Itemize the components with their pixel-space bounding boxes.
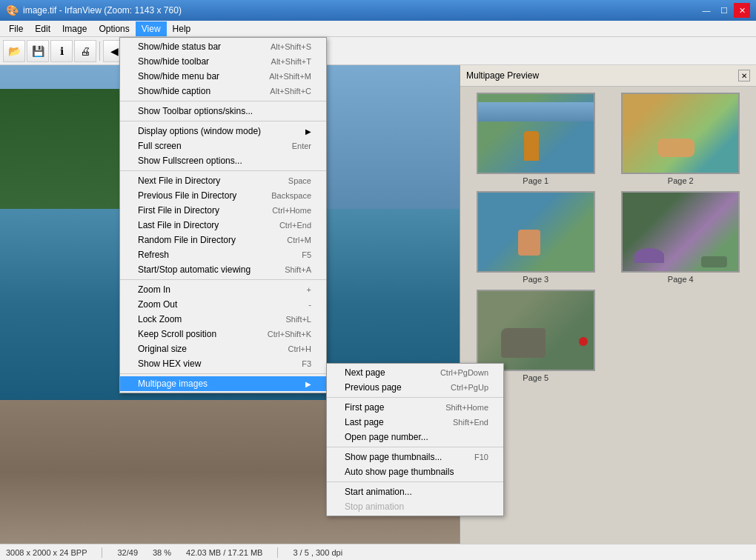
preview-item-1[interactable]: Page 1	[466, 93, 606, 185]
menu-refresh[interactable]: Refresh F5	[120, 247, 326, 262]
preview-thumb-4[interactable]	[621, 191, 740, 273]
menu-prev-file[interactable]: Previous File in Directory Backspace	[120, 188, 326, 203]
status-sep2	[277, 547, 278, 558]
title-text: image.tif - IrfanView (Zoom: 1143 x 760)	[23, 5, 182, 16]
menu-image[interactable]: Image	[56, 21, 93, 36]
menu-show-toolbar[interactable]: Show/hide toolbar Alt+Shift+T	[120, 54, 326, 69]
thumb-3-person	[518, 230, 540, 256]
preview-thumb-3[interactable]	[477, 191, 595, 273]
menu-bar: File Edit Image Options View Help	[0, 21, 756, 37]
menu-toolbar-options[interactable]: Show Toolbar options/skins...	[120, 104, 326, 119]
toolbar-info[interactable]: ℹ	[50, 40, 73, 62]
menu-start-animation[interactable]: Start animation...	[327, 484, 503, 499]
menu-last-page[interactable]: Last page Shift+End	[327, 415, 503, 430]
menu-last-file[interactable]: Last File in Directory Ctrl+End	[120, 218, 326, 233]
next-file-shortcut: Space	[288, 176, 311, 185]
status-pageinfo: 3 / 5 , 300 dpi	[293, 548, 342, 557]
toolbar-options-label: Show Toolbar options/skins...	[138, 106, 253, 116]
lock-zoom-shortcut: Shift+L	[285, 315, 311, 324]
preview-close-button[interactable]: ✕	[738, 70, 750, 81]
menu-display-options[interactable]: Display options (window mode) ▶	[120, 124, 326, 139]
original-size-label: Original size	[138, 344, 187, 354]
menu-edit[interactable]: Edit	[29, 21, 56, 36]
preview-item-2[interactable]: Page 2	[611, 93, 751, 185]
prev-file-label: Previous File in Directory	[138, 190, 236, 201]
preview-label-5: Page 5	[523, 373, 548, 382]
menu-zoom-in[interactable]: Zoom In +	[120, 282, 326, 297]
preview-header: Multipage Preview ✕	[460, 65, 756, 87]
menu-show-caption[interactable]: Show/hide caption Alt+Shift+C	[120, 84, 326, 99]
toolbar-sep1	[99, 41, 100, 61]
thumb-2-dog	[657, 139, 694, 157]
menu-random-file[interactable]: Random File in Directory Ctrl+M	[120, 233, 326, 247]
menu-help[interactable]: Help	[167, 21, 197, 36]
menu-fullscreen[interactable]: Full screen Enter	[120, 139, 326, 153]
menu-file[interactable]: File	[3, 21, 29, 36]
menu-show-status-bar[interactable]: Show/hide status bar Alt+Shift+S	[120, 39, 326, 54]
menu-original-size[interactable]: Original size Ctrl+H	[120, 341, 326, 356]
menu-open-page-number[interactable]: Open page number...	[327, 430, 503, 444]
menu-fullscreen-options[interactable]: Show Fullscreen options...	[120, 153, 326, 168]
sep-1	[120, 101, 326, 101]
menu-options[interactable]: Options	[93, 21, 135, 36]
menu-first-page[interactable]: First page Shift+Home	[327, 400, 503, 415]
minimize-button[interactable]: —	[698, 3, 714, 18]
menu-show-thumbnails[interactable]: Show page thumbnails... F10	[327, 450, 503, 464]
menu-auto-thumbnails[interactable]: Auto show page thumbnails	[327, 464, 503, 479]
preview-title: Multipage Preview	[466, 70, 539, 81]
sep-4	[120, 279, 326, 280]
auto-view-shortcut: Shift+A	[285, 265, 311, 274]
preview-label-4: Page 4	[668, 275, 694, 284]
window-controls: — ☐ ✕	[698, 3, 750, 18]
next-page-label: Next page	[345, 367, 385, 378]
preview-label-1: Page 1	[523, 176, 548, 185]
sub-sep-3	[327, 481, 503, 482]
menu-next-file[interactable]: Next File in Directory Space	[120, 173, 326, 188]
menu-auto-view[interactable]: Start/Stop automatic viewing Shift+A	[120, 262, 326, 277]
close-button[interactable]: ✕	[734, 3, 750, 18]
status-dimensions: 3008 x 2000 x 24 BPP	[6, 548, 87, 557]
last-page-label: Last page	[345, 417, 384, 427]
fullscreen-options-label: Show Fullscreen options...	[138, 156, 242, 166]
menu-keep-scroll[interactable]: Keep Scroll position Ctrl+Shift+K	[120, 327, 326, 341]
random-file-shortcut: Ctrl+M	[287, 236, 311, 244]
preview-panel: Multipage Preview ✕ Page 1 Page 2	[460, 65, 756, 544]
menu-lock-zoom[interactable]: Lock Zoom Shift+L	[120, 312, 326, 327]
menu-hex-view[interactable]: Show HEX view F3	[120, 356, 326, 371]
show-toolbar-shortcut: Alt+Shift+T	[271, 57, 311, 66]
toolbar-open[interactable]: 📂	[3, 40, 25, 62]
menu-next-page[interactable]: Next page Ctrl+PgDown	[327, 365, 503, 380]
toolbar-print[interactable]: 🖨	[74, 40, 96, 62]
multipage-label: Multipage images	[138, 379, 208, 389]
preview-label-3: Page 3	[523, 275, 548, 284]
sep-3	[120, 170, 326, 171]
first-page-shortcut: Shift+Home	[445, 403, 488, 412]
status-filesize: 42.03 MB / 17.21 MB	[186, 548, 262, 557]
last-page-shortcut: Shift+End	[453, 418, 488, 427]
preview-item-3[interactable]: Page 3	[466, 191, 606, 284]
preview-thumb-5[interactable]	[477, 290, 595, 371]
auto-thumbnails-label: Auto show page thumbnails	[345, 467, 454, 477]
original-size-shortcut: Ctrl+H	[288, 344, 311, 353]
first-file-shortcut: Ctrl+Home	[272, 206, 311, 215]
toolbar-save[interactable]: 💾	[27, 40, 49, 62]
prev-file-shortcut: Backspace	[271, 191, 311, 200]
menu-first-file[interactable]: First File in Directory Ctrl+Home	[120, 203, 326, 218]
prev-page-label: Previous page	[345, 382, 402, 393]
menu-show-menubar[interactable]: Show/hide menu bar Alt+Shift+M	[120, 69, 326, 84]
menu-zoom-out[interactable]: Zoom Out -	[120, 297, 326, 312]
maximize-button[interactable]: ☐	[716, 3, 732, 18]
menu-multipage[interactable]: Multipage images ▶	[120, 376, 326, 391]
preview-thumb-1[interactable]	[477, 93, 595, 174]
preview-thumb-2[interactable]	[621, 93, 740, 174]
menu-prev-page[interactable]: Previous page Ctrl+PgUp	[327, 380, 503, 395]
toolbar: 📂 💾 ℹ 🖨 ◀ ▶ ⏫ ⏬ Page 3/5 🏳 🦅	[0, 37, 756, 65]
preview-item-4[interactable]: Page 4	[611, 191, 751, 284]
status-zoom: 38 %	[153, 548, 171, 557]
preview-grid: Page 1 Page 2 Page 3	[460, 87, 756, 388]
view-menu-dropdown: Show/hide status bar Alt+Shift+S Show/hi…	[119, 37, 327, 393]
stop-animation-label: Stop animation	[345, 501, 404, 512]
random-file-label: Random File in Directory	[138, 235, 236, 245]
sub-sep-1	[327, 397, 503, 398]
menu-view[interactable]: View	[136, 21, 167, 36]
